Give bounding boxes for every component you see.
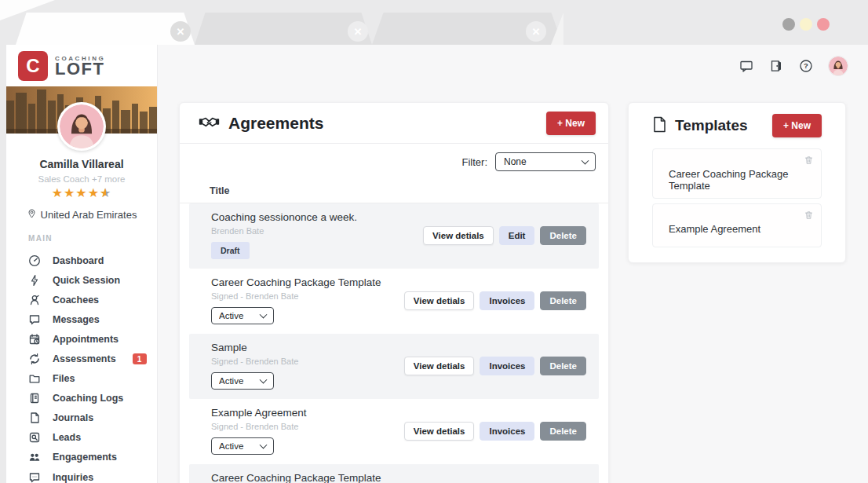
chat-icon[interactable] <box>739 59 753 73</box>
star-half-icon: ★★ <box>100 187 111 199</box>
profile-role: Sales Coach +7 more <box>6 174 157 184</box>
view-details-button[interactable]: View detials <box>404 422 475 441</box>
sidebar-item-leads[interactable]: Leads <box>6 428 157 448</box>
view-details-button[interactable]: View detials <box>404 357 475 375</box>
browser-tab-2[interactable] <box>195 13 372 45</box>
status-select[interactable]: Active <box>211 372 274 390</box>
sidebar-item-appointments[interactable]: Appointments <box>6 329 157 349</box>
tab-close-icon[interactable]: ✕ <box>526 21 546 42</box>
svg-text:?: ? <box>804 61 808 70</box>
browser-tab-active[interactable] <box>16 13 195 45</box>
window-dot-yellow <box>800 18 812 31</box>
delete-button[interactable]: Delete <box>540 422 586 441</box>
screen: ✕ ✕ ✕ ? <box>0 0 868 483</box>
filter-label: Filter: <box>462 156 488 168</box>
agreement-row: Career Coaching Package Template Signed … <box>189 269 599 334</box>
sidebar-item-quick-session[interactable]: Quick Session <box>6 270 157 290</box>
tab-close-icon[interactable]: ✕ <box>170 21 191 42</box>
tab-close-icon[interactable]: ✕ <box>348 21 368 42</box>
delete-button[interactable]: Delete <box>540 226 586 245</box>
view-details-button[interactable]: View detials <box>423 226 494 245</box>
sidebar-item-engagements[interactable]: Engagements <box>6 448 157 467</box>
delete-button[interactable]: Delete <box>540 357 586 375</box>
sidebar-item-label: Inquiries <box>53 472 93 483</box>
new-agreement-button[interactable]: + New <box>546 112 596 135</box>
column-header-title: Title <box>180 178 608 203</box>
agreement-subtitle: Brenden Bate <box>211 226 357 236</box>
templates-title: Templates <box>675 117 748 134</box>
agreement-row: Example Agreement Signed - Brenden Bate … <box>189 399 599 464</box>
agreement-subtitle: Signed - Brenden Bate <box>211 291 381 301</box>
sidebar-item-label: Coaching Logs <box>53 393 123 404</box>
status-badge: Draft <box>211 242 250 259</box>
logout-door-icon[interactable] <box>769 59 783 73</box>
app-logo[interactable]: C COACHING LOFT <box>6 45 157 86</box>
profile-block: Camilla Villareal Sales Coach +7 more ★★… <box>6 158 157 221</box>
profile-avatar <box>57 102 106 151</box>
location-pin-icon <box>27 208 37 221</box>
template-card[interactable]: Example Agreement <box>652 203 822 247</box>
sidebar-item-label: Engagements <box>53 452 117 463</box>
document-icon <box>652 116 667 136</box>
sidebar-item-coaching-logs[interactable]: Coaching Logs <box>6 389 157 408</box>
delete-button[interactable]: Delete <box>540 291 586 310</box>
assessments-count-badge: 1 <box>133 353 147 364</box>
status-select-wrap: Active <box>211 437 274 455</box>
filter-select[interactable]: None <box>495 152 596 171</box>
new-template-button[interactable]: + New <box>772 114 822 137</box>
sidebar-item-journals[interactable]: Journals <box>6 408 157 428</box>
edit-button[interactable]: Edit <box>499 226 535 245</box>
sidebar-item-inquiries[interactable]: Inquiries <box>6 467 157 483</box>
sidebar-item-files[interactable]: Files <box>6 369 157 389</box>
star-icon: ★ <box>88 187 100 199</box>
agreement-subtitle: Signed - Brenden Bate <box>211 422 307 431</box>
agreements-panel: Agreements + New Filter: None Title Coac… <box>179 102 609 483</box>
sidebar-item-coachees[interactable]: Coachees <box>6 290 157 309</box>
sidebar: C COACHING LOFT <box>6 45 158 483</box>
invoices-button[interactable]: Invoices <box>480 422 534 441</box>
app-topbar: ? <box>739 57 848 75</box>
view-details-button[interactable]: View detials <box>404 291 475 310</box>
template-card[interactable]: Career Coaching Package Template <box>652 148 822 199</box>
status-select[interactable]: Active <box>211 437 274 455</box>
user-avatar[interactable] <box>829 57 848 75</box>
status-select-wrap: Active <box>211 307 274 324</box>
star-icon: ★ <box>52 187 64 199</box>
logo-monogram: C <box>18 51 48 81</box>
logo-text-loft: LOFT <box>55 62 105 77</box>
sidebar-item-assessments[interactable]: Assessments 1 <box>6 349 157 368</box>
help-icon[interactable]: ? <box>799 59 813 73</box>
sidebar-item-messages[interactable]: Messages <box>6 309 157 329</box>
invoices-button[interactable]: Invoices <box>480 291 534 310</box>
sidebar-item-label: Journals <box>53 412 93 423</box>
window-dot-red <box>817 18 830 31</box>
browser-strip: ✕ ✕ ✕ <box>0 0 868 45</box>
app-window: ? C COACHING LOFT <box>6 45 868 483</box>
rating-stars: ★★★★★★ <box>6 187 157 199</box>
agreement-title: Career Coaching Package Template <box>211 472 381 483</box>
agreement-row: Career Coaching Package Template Signed … <box>189 464 599 483</box>
agreement-row: Coaching sessiononce a week. Brenden Bat… <box>189 203 599 269</box>
sidebar-menu: Dashboard Quick Session Coachees <box>6 251 157 483</box>
agreement-row: Sample Signed - Brenden Bate Active View… <box>189 334 599 399</box>
status-select[interactable]: Active <box>211 307 274 324</box>
window-dot-gray <box>782 18 795 31</box>
template-label: Example Agreement <box>669 223 811 235</box>
templates-panel: Templates + New Career Coaching Package … <box>628 102 846 263</box>
agreement-title: Example Agreement <box>211 407 307 419</box>
star-icon: ★ <box>75 187 87 199</box>
invoices-button[interactable]: Invoices <box>480 357 534 375</box>
agreement-title: Career Coaching Package Template <box>211 276 381 288</box>
trash-icon[interactable] <box>804 155 814 166</box>
sidebar-item-label: Files <box>53 373 75 384</box>
sidebar-item-dashboard[interactable]: Dashboard <box>6 251 157 270</box>
filter-select-wrap: None <box>495 152 596 171</box>
sidebar-item-label: Assessments <box>53 353 116 364</box>
agreement-subtitle: Signed - Brenden Bate <box>211 357 298 366</box>
profile-location: United Arab Emirates <box>41 209 137 221</box>
status-select-wrap: Active <box>211 372 274 390</box>
profile-name: Camilla Villareal <box>6 158 157 170</box>
agreements-list: Coaching sessiononce a week. Brenden Bat… <box>180 203 608 483</box>
template-label: Career Coaching Package Template <box>669 168 811 192</box>
trash-icon[interactable] <box>804 210 814 221</box>
